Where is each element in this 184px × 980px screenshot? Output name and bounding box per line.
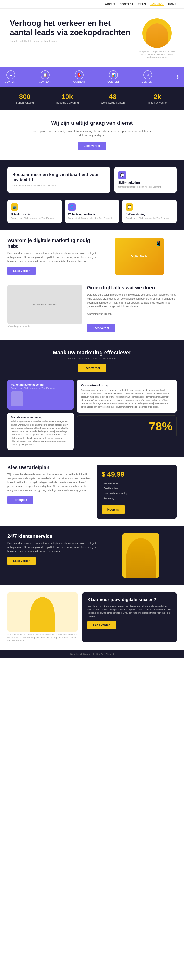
bottom-right-body: Sample text: Click to the Text Element. … [87,605,172,618]
icon-5: 🖥 [143,70,152,79]
maak-title: Maak uw marketing effectiever [7,349,177,356]
footer: Sample text: Click to select the Text El… [0,650,184,658]
icon-item-1[interactable]: ☁ CONTENT [5,70,17,83]
nav-about[interactable]: ABOUT [105,3,115,6]
digital-media-label: Digital Media [131,255,148,258]
klanten-left: 24/7 klantenservice Duis aute dure dolor… [7,533,100,578]
nav-contact[interactable]: CONTACT [120,3,133,6]
icon-4: 📊 [109,70,118,79]
auto-card-title: Marketing automatisering [11,383,70,386]
person-silhouette [126,538,155,578]
auto-card: Marketing automatisering Sample text: Cl… [7,380,74,410]
icon-item-4[interactable]: 📊 CONTENT [108,70,119,83]
auto-person-image [11,391,23,406]
icon-item-3[interactable]: 🎯 CONTENT [73,70,85,83]
bespaar-section: Bespaar meer en krijg zichtbaarheid voor… [0,160,184,200]
hero-title: Verhoog het verkeer en het aantal leads … [10,18,132,37]
content-card: Contentmarketing Duis aute dure dolor in… [77,380,177,412]
altijd-graag-section: Wij zijn u altijd graag van dienst Lorem… [0,110,184,160]
content-card-body: Duis aute dure dolor in reprehenderit in… [81,389,173,409]
stat-label-1: Industriële ervaring [56,101,79,104]
social-card: Sociale media marketing Publicating van … [7,412,74,450]
icon-arrow[interactable]: ❯ [176,75,179,79]
icon-3: 🎯 [75,70,84,79]
stat-number-2: 48 [101,93,125,101]
price-feature-3: Aanvraag [102,496,172,501]
waarom-title: Waarom je digitale marketing nodig hebt [7,238,97,249]
waarom-section: Waarom je digitale marketing nodig hebt … [0,230,184,282]
stat-number-0: 300 [16,93,34,101]
icon-item-2[interactable]: 📋 CONTENT [39,70,51,83]
media-card-sample-0: Sample text: Click to select the Text El… [11,216,59,220]
media-card-title-1: Website optimalisatie [68,213,116,216]
icon-label-1: CONTENT [5,80,17,83]
media-card-0: 📺 Betaalde media Sample text: Click to s… [7,200,62,223]
klanten-body: Duis aute dure dolor in reprehenderit in… [7,541,100,553]
altijd-button[interactable]: Lees verder [78,142,106,150]
content-card-title: Contentmarketing [81,383,173,387]
stat-klanten: 48 Wereldwijde klanten [101,93,125,104]
stat-prijzen: 2k Prijzen gewonnen [147,93,168,104]
groei-button[interactable]: Lees verder [87,324,115,332]
auto-card-sample: Sample text: Click to select the Text El… [11,387,70,390]
icon-1: ☁ [6,70,15,79]
klanten-right [105,533,177,578]
nav-team[interactable]: TEAM [138,3,146,6]
marketing-row: Marketing automatisering Sample text: Cl… [0,380,184,457]
hero-text-block: Verhoog het verkeer en het aantal leads … [10,18,132,44]
icon-row: ☁ CONTENT 📋 CONTENT 🎯 CONTENT 📊 CONTENT … [0,67,184,87]
media-card-2: 💬 SMS-marketing Sample text: Click to se… [122,200,177,223]
groei-title: Groei drijft alles wat we doen [87,285,177,291]
tarief-left: Kies uw tariefplan Wij kunnen berekenen … [7,465,92,519]
digital-media-image: Digital Media 📱 [115,238,164,275]
waarom-body: Duis aute dure dolor in reprehenderit in… [7,251,97,263]
hero-side-text: Sample text: Do you want to increase sal… [137,50,177,59]
tarief-button[interactable]: Tariefplan [7,496,33,504]
sms-card: 💬 SMS-marketing Sample text: Click to po… [114,167,177,192]
nav-landing[interactable]: LANDING [151,2,163,6]
media-card-title-0: Betaalde media [11,213,59,216]
bespaar-title: Bespaar meer en krijg zichtbaarheid voor… [12,172,105,183]
hero-section: Verhoog het verkeer en het aantal leads … [0,9,184,67]
icon-label-4: CONTENT [108,80,119,83]
icon-label-5: CONTENT [142,80,154,83]
percent-card: 78% [77,415,177,438]
price-feature-1: Boekhouden [102,486,172,491]
groei-image: eCommerce Business [7,285,82,324]
maak-sample: Sample text: Click to select the Text El… [7,357,177,360]
card-icon-0: 📺 [11,203,18,211]
media-card-1: 🌐 Website optimalisatie Sample text: Cli… [65,200,119,223]
buy-button[interactable]: Koop nu [102,505,125,514]
klantenservice-section: 24/7 klantenservice Duis aute dure dolor… [0,526,184,585]
icon-item-5[interactable]: 🖥 CONTENT [142,70,154,83]
sms-card-sample: Sample text: Click to point the Text Ele… [118,185,173,189]
maak-section: Maak uw marketing effectiever Sample tex… [0,340,184,380]
footer-text: Sample text: Click to select the Text El… [7,653,177,655]
bespaar-sample: Sample text: Click to select the Text El… [12,185,105,187]
waarom-button[interactable]: Lees verder [7,267,36,275]
bottom-person-image [7,592,78,632]
stat-industrie: 10k Industriële ervaring [56,93,79,104]
groei-section: eCommerce Business Afbeelding van Freepi… [0,282,184,340]
social-card-title: Sociale media marketing [11,416,70,419]
icon-label-2: CONTENT [39,80,51,83]
groei-body: Duis aute dure dolor in reprehenderit in… [87,293,177,309]
marketing-right-col: Contentmarketing Duis aute dure dolor in… [77,380,177,450]
tarief-body: Wij kunnen berekenen de zoekmachines te … [7,473,92,492]
stat-label-0: Banen voltooid [16,101,34,104]
klanten-button[interactable]: Lees verder [7,557,36,565]
bottom-right-title: Klaar voor jouw digitale succes? [87,597,172,602]
hero-image-block: Sample text: Do you want to increase sal… [137,18,177,59]
media-card-title-2: SMS-marketing [125,213,173,216]
stat-label-2: Wereldwijde klanten [101,101,125,104]
social-card-body: Publicating van operationeel en ondernem… [11,420,70,446]
maak-button[interactable]: Lees verder [78,364,106,372]
groei-image-block: eCommerce Business Afbeelding van Freepi… [7,285,82,332]
marketing-left-col: Marketing automatisering Sample text: Cl… [7,380,74,450]
price-big: $ 49.99 [102,471,172,478]
nav-home[interactable]: HOME [168,3,177,6]
groei-attribution-1: Afbeelding van Freepik [7,325,82,328]
altijd-body: Lorem ipsum dolor sit amet, consectetur … [31,129,153,138]
groei-right: Groei drijft alles wat we doen Duis aute… [87,285,177,332]
bottom-button[interactable]: Lees verder [87,621,116,629]
